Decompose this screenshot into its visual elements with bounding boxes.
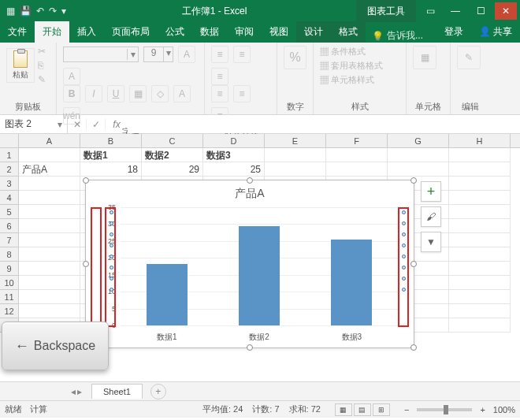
bar[interactable] bbox=[147, 264, 188, 325]
plot-area[interactable]: 05101520253035 bbox=[121, 207, 398, 325]
axis-handles[interactable] bbox=[399, 210, 407, 292]
tab-home[interactable]: 开始 bbox=[35, 21, 69, 43]
axis-handles[interactable] bbox=[107, 210, 115, 292]
bar[interactable] bbox=[331, 240, 372, 325]
tab-formulas[interactable]: 公式 bbox=[158, 21, 192, 43]
border-icon[interactable]: ▦ bbox=[129, 85, 147, 102]
percent-icon[interactable]: % bbox=[284, 46, 306, 69]
cell[interactable]: 产品A bbox=[19, 162, 80, 177]
row-header[interactable]: 4 bbox=[0, 191, 19, 205]
sheet-nav-prev-icon[interactable]: ◂ bbox=[71, 386, 76, 397]
col-header[interactable]: E bbox=[265, 134, 326, 147]
qat-dropdown-icon[interactable]: ▾ bbox=[61, 6, 66, 17]
undo-icon[interactable]: ↶ bbox=[36, 6, 44, 17]
chart-title[interactable]: 产品A bbox=[86, 180, 414, 204]
font-select[interactable]: ▾ bbox=[63, 46, 139, 62]
table-format-button[interactable]: ▦ 套用表格格式 bbox=[320, 60, 399, 72]
select-all[interactable] bbox=[0, 134, 19, 147]
row-header[interactable]: 8 bbox=[0, 247, 19, 262]
col-header[interactable]: G bbox=[388, 134, 449, 147]
col-header[interactable]: C bbox=[142, 134, 203, 147]
cancel-formula-icon[interactable]: ✕ bbox=[68, 119, 87, 130]
row-header[interactable]: 12 bbox=[0, 304, 19, 318]
row-header[interactable]: 10 bbox=[0, 276, 19, 290]
x-axis[interactable]: 数据1数据2数据3 bbox=[121, 332, 398, 343]
chart-filters-button[interactable]: ▼ bbox=[421, 232, 441, 252]
tab-file[interactable]: 文件 bbox=[0, 21, 35, 43]
bold-icon[interactable]: B bbox=[63, 85, 80, 102]
cell[interactable] bbox=[19, 148, 80, 162]
zoom-in-icon[interactable]: + bbox=[480, 405, 485, 414]
align-left-icon[interactable]: ≡ bbox=[211, 85, 228, 102]
row-header[interactable]: 5 bbox=[0, 205, 19, 219]
chart[interactable]: 产品A 05101520253035 数据1数据2数据3 bbox=[85, 180, 414, 348]
cell[interactable]: 29 bbox=[142, 162, 203, 177]
zoom-slider[interactable] bbox=[417, 408, 472, 411]
font-size-select[interactable]: 9▾ bbox=[143, 46, 173, 62]
sheet-nav-next-icon[interactable]: ▸ bbox=[77, 386, 82, 397]
copy-icon[interactable]: ⎘ bbox=[38, 60, 46, 71]
row-header[interactable]: 1 bbox=[0, 148, 19, 162]
cell[interactable]: 数据3 bbox=[203, 148, 265, 162]
tell-me[interactable]: 💡告诉我... bbox=[366, 29, 436, 43]
chart-styles-button[interactable]: 🖌 bbox=[421, 206, 441, 227]
row-header[interactable]: 11 bbox=[0, 290, 19, 304]
fill-color-icon[interactable]: ◇ bbox=[151, 85, 169, 102]
redo-icon[interactable]: ↷ bbox=[49, 6, 57, 17]
tab-layout[interactable]: 页面布局 bbox=[104, 21, 158, 43]
fx-icon[interactable]: fx bbox=[106, 119, 128, 130]
increase-font-icon[interactable]: A bbox=[178, 46, 195, 63]
tab-data[interactable]: 数据 bbox=[192, 21, 227, 43]
cut-icon[interactable]: ✂ bbox=[38, 46, 46, 57]
tab-view[interactable]: 视图 bbox=[262, 21, 296, 43]
format-painter-icon[interactable]: ✎ bbox=[38, 74, 46, 85]
page-layout-view-icon[interactable]: ▤ bbox=[354, 403, 371, 416]
zoom-out-icon[interactable]: − bbox=[404, 405, 409, 414]
col-header[interactable]: B bbox=[80, 134, 142, 147]
cells-icon[interactable]: ▦ bbox=[413, 46, 436, 69]
maximize-icon[interactable]: ☐ bbox=[470, 2, 492, 20]
add-sheet-button[interactable]: + bbox=[150, 384, 166, 400]
page-break-view-icon[interactable]: ⊞ bbox=[373, 403, 390, 416]
formula-input[interactable] bbox=[128, 115, 520, 133]
tab-review[interactable]: 审阅 bbox=[227, 21, 262, 43]
close-icon[interactable]: ✕ bbox=[495, 2, 517, 20]
col-header[interactable]: F bbox=[326, 134, 388, 147]
ribbon-options-icon[interactable]: ▭ bbox=[419, 2, 441, 20]
share-button[interactable]: 👤 共享 bbox=[471, 21, 520, 43]
row-header[interactable]: 7 bbox=[0, 233, 19, 247]
align-bottom-icon[interactable]: ≡ bbox=[211, 68, 228, 85]
save-icon[interactable]: 💾 bbox=[20, 6, 32, 17]
col-header[interactable]: D bbox=[203, 134, 265, 147]
underline-icon[interactable]: U bbox=[107, 85, 124, 102]
decrease-font-icon[interactable]: A bbox=[63, 68, 80, 85]
paste-button[interactable]: 粘贴 bbox=[6, 48, 35, 83]
cell[interactable]: 18 bbox=[80, 162, 142, 177]
conditional-format-button[interactable]: ▦ 条件格式 bbox=[320, 46, 399, 58]
align-center-icon[interactable]: ≡ bbox=[233, 85, 251, 102]
align-middle-icon[interactable]: ≡ bbox=[233, 46, 251, 63]
col-header[interactable]: H bbox=[449, 134, 511, 147]
editing-icon[interactable]: ✎ bbox=[457, 46, 481, 69]
row-header[interactable]: 6 bbox=[0, 219, 19, 233]
tab-format[interactable]: 格式 bbox=[331, 21, 366, 43]
login-button[interactable]: 登录 bbox=[436, 21, 471, 43]
worksheet[interactable]: A B C D E F G H 12345678910111213 数据1 数据… bbox=[0, 134, 520, 381]
name-box[interactable]: 图表 2▾ bbox=[0, 115, 68, 133]
sheet-tab[interactable]: Sheet1 bbox=[91, 384, 143, 399]
normal-view-icon[interactable]: ▦ bbox=[335, 403, 352, 416]
chart-elements-button[interactable]: + bbox=[421, 181, 441, 202]
tab-design[interactable]: 设计 bbox=[296, 21, 331, 43]
italic-icon[interactable]: I bbox=[85, 85, 102, 102]
row-header[interactable]: 2 bbox=[0, 162, 19, 177]
enter-formula-icon[interactable]: ✓ bbox=[87, 119, 106, 130]
tab-insert[interactable]: 插入 bbox=[69, 21, 104, 43]
bar[interactable] bbox=[239, 226, 280, 325]
minimize-icon[interactable]: — bbox=[444, 2, 466, 20]
cell-styles-button[interactable]: ▦ 单元格样式 bbox=[320, 74, 399, 86]
cell[interactable]: 25 bbox=[203, 162, 265, 177]
col-header[interactable]: A bbox=[19, 134, 80, 147]
row-header[interactable]: 9 bbox=[0, 262, 19, 276]
align-top-icon[interactable]: ≡ bbox=[211, 46, 228, 63]
cell[interactable]: 数据2 bbox=[142, 148, 203, 162]
